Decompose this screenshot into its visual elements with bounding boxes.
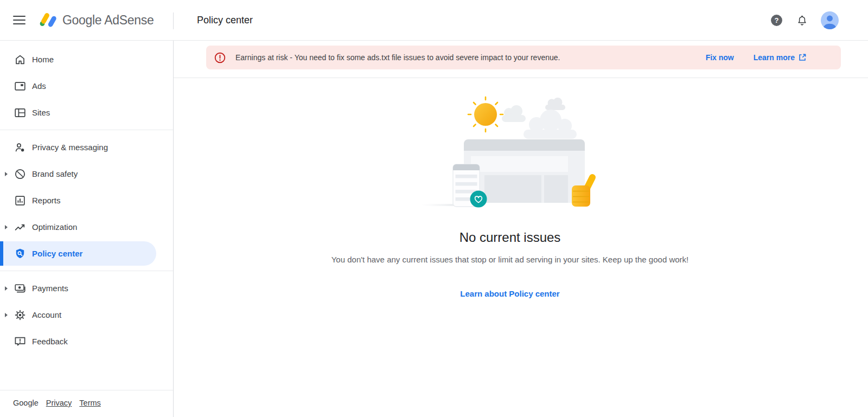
sidebar-item-reports[interactable]: Reports: [0, 187, 173, 214]
adsense-logo-icon: [37, 11, 58, 29]
sidebar-item-sites[interactable]: Sites: [0, 99, 173, 126]
sidebar-item-payments[interactable]: Payments: [0, 275, 173, 301]
sidebar-item-label: Ads: [32, 81, 46, 91]
reports-icon: [14, 194, 27, 207]
adsense-app: Google AdSense Policy center ?: [0, 0, 868, 417]
account-settings-icon: [14, 309, 27, 322]
feedback-icon: [14, 335, 27, 348]
open-in-new-icon: [799, 54, 806, 61]
sidebar-divider: [0, 271, 173, 271]
error-alert-icon: [214, 52, 226, 64]
banner-actions: Fix now Learn more: [706, 53, 806, 62]
optimization-icon: [14, 221, 27, 234]
sidebar-item-label: Account: [32, 310, 61, 319]
sidebar-divider: [0, 130, 173, 130]
top-app-bar: Google AdSense Policy center ?: [0, 0, 868, 41]
sidebar-footer: Google Privacy Terms: [0, 390, 173, 417]
empty-state-title: No current issues: [174, 230, 846, 245]
fix-now-button[interactable]: Fix now: [706, 53, 734, 62]
sites-icon: [14, 106, 27, 119]
main-content: Earnings at risk - You need to fix some …: [174, 41, 868, 417]
policy-center-icon: [14, 247, 27, 260]
no-issues-illustration: [420, 85, 599, 209]
chevron-right-icon: [5, 286, 8, 291]
sidebar-item-optimization[interactable]: Optimization: [0, 214, 173, 240]
page-title: Policy center: [197, 0, 253, 40]
footer-brand: Google: [13, 399, 39, 407]
ads-icon: [14, 80, 27, 93]
payments-icon: [14, 282, 27, 295]
learn-about-policy-center-link[interactable]: Learn about Policy center: [460, 289, 559, 298]
topbar-actions: ?: [770, 0, 868, 40]
brand-safety-icon: [14, 168, 27, 181]
terms-link[interactable]: Terms: [79, 399, 100, 407]
sidebar-item-label: Reports: [32, 196, 61, 205]
sidebar-nav: Home Ads Sites: [0, 41, 174, 417]
chevron-right-icon: [5, 225, 8, 229]
adsense-logo[interactable]: Google AdSense: [37, 11, 154, 29]
sidebar-item-account[interactable]: Account: [0, 301, 173, 328]
sidebar-item-feedback[interactable]: Feedback: [0, 328, 173, 355]
learn-more-label: Learn more: [754, 53, 795, 62]
chevron-right-icon: [5, 172, 8, 176]
sidebar-item-policy-center[interactable]: Policy center: [0, 241, 156, 266]
home-icon: [14, 53, 27, 66]
sidebar-item-label: Optimization: [32, 222, 77, 232]
account-avatar[interactable]: [821, 11, 839, 29]
sidebar-item-label: Sites: [32, 108, 50, 117]
empty-state-description: You don't have any current issues that s…: [174, 255, 846, 264]
policy-empty-state: No current issues You don't have any cur…: [174, 78, 868, 299]
sidebar-item-label: Payments: [32, 284, 68, 293]
help-icon[interactable]: ?: [770, 14, 783, 27]
notifications-bell-icon[interactable]: [796, 14, 808, 27]
alert-banner-row: Earnings at risk - You need to fix some …: [174, 41, 868, 78]
menu-icon[interactable]: [13, 16, 25, 24]
svg-text:?: ?: [775, 16, 779, 24]
sidebar-item-brand-safety[interactable]: Brand safety: [0, 161, 173, 187]
topbar-left: Google AdSense: [0, 0, 174, 40]
banner-message: Earnings at risk - You need to fix some …: [235, 53, 560, 62]
privacy-link[interactable]: Privacy: [46, 399, 72, 407]
earnings-at-risk-banner: Earnings at risk - You need to fix some …: [206, 46, 841, 69]
sidebar-item-privacy-messaging[interactable]: Privacy & messaging: [0, 134, 173, 161]
privacy-messaging-icon: [14, 141, 27, 154]
sidebar-item-label: Privacy & messaging: [32, 143, 108, 152]
sidebar-item-home[interactable]: Home: [0, 46, 173, 73]
logo-text: Google AdSense: [62, 13, 154, 28]
sidebar-item-label: Policy center: [32, 249, 82, 258]
chevron-right-icon: [5, 313, 8, 317]
sidebar-item-label: Home: [32, 55, 54, 64]
sidebar-item-ads[interactable]: Ads: [0, 73, 173, 99]
sidebar-item-label: Brand safety: [32, 169, 78, 178]
learn-more-button[interactable]: Learn more: [754, 53, 806, 62]
sidebar-item-label: Feedback: [32, 337, 68, 346]
